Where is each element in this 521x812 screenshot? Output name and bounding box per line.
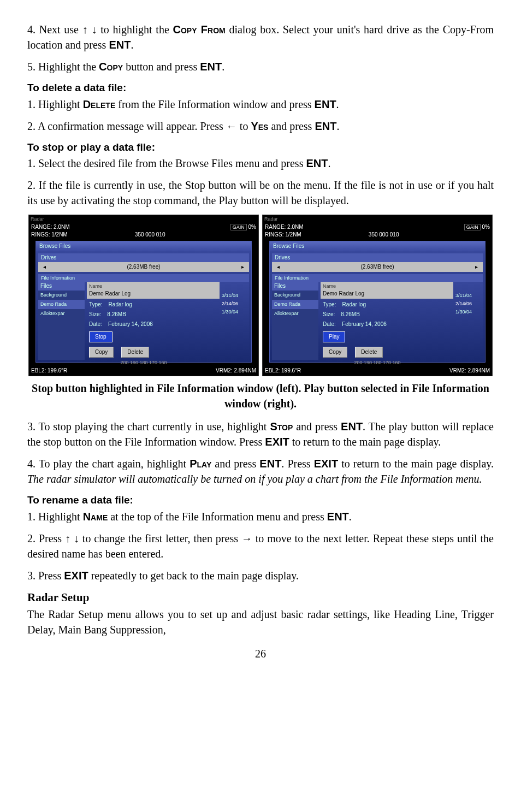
text: 5. Highlight the <box>27 61 99 73</box>
right-arrow-icon[interactable]: ▸ <box>474 263 479 271</box>
text: and press <box>211 458 259 470</box>
radar-screenshot-right: Radar RANGE: 2.0NM RINGS: 1/2NM 350 000 … <box>262 215 493 376</box>
ent-key: ENT <box>341 420 363 432</box>
files-column: Files Background Demo Rada Alloktexpar <box>272 282 318 360</box>
window-title: Radar <box>263 215 492 223</box>
right-arrow-icon[interactable]: ▸ <box>240 263 246 271</box>
ebl-readout: EBL2: 199.6°R <box>265 367 301 375</box>
files-heading: Files <box>272 282 318 291</box>
range-readout: RANGE: 2.0NM <box>265 223 304 231</box>
text: 3. Press <box>27 570 64 582</box>
delete-step-2: 2. A confirmation message will appear. P… <box>27 118 494 134</box>
text: at the top of the File Information menu … <box>108 511 327 523</box>
text: 1. Highlight <box>27 511 83 523</box>
delete-button[interactable]: Delete <box>121 347 149 358</box>
dates-column: 3/11/04 2/14/06 1/30/04 <box>455 282 483 360</box>
text: button and press <box>123 61 200 73</box>
ent-key: ENT <box>259 458 281 470</box>
stop-button[interactable]: Stop <box>89 331 113 342</box>
rings-readout: RINGS: 1/2NM <box>265 231 304 239</box>
file-date: 3/11/04 <box>222 292 249 300</box>
ent-key: ENT <box>306 157 328 169</box>
delete-button[interactable]: Delete <box>355 347 383 358</box>
text: from the File Information window and pre… <box>115 98 314 110</box>
exit-key: EXIT <box>314 458 338 470</box>
text: 4. To play the chart again, highlight <box>27 458 190 470</box>
text: 1. Highlight <box>27 98 83 110</box>
file-item[interactable]: Alloktexpar <box>38 309 85 318</box>
drives-heading: Drives <box>272 253 483 262</box>
file-item[interactable]: Background <box>272 291 318 300</box>
play-button[interactable]: Play <box>323 331 345 342</box>
radar-screenshot-left: Radar RANGE: 2.0NM RINGS: 1/2NM 350 000 … <box>28 215 259 376</box>
gain-value: 0% <box>482 224 490 230</box>
text: 2. A confirmation message will appear. P… <box>27 120 251 132</box>
play-label: Play <box>190 458 211 470</box>
radar-setup-body: The Radar Setup menu allows you to set u… <box>27 607 494 637</box>
copy-button[interactable]: Copy <box>323 347 347 358</box>
text: and press <box>268 120 315 132</box>
text: . <box>336 98 339 110</box>
rename-step-2: 2. Press ↑ ↓ to change the first letter,… <box>27 531 494 561</box>
name-field[interactable]: Name Demo Radar Log <box>321 282 453 299</box>
date-value: February 14, 2006 <box>108 321 153 327</box>
range-readout: RANGE: 2.0NM <box>31 223 70 231</box>
figure-caption: Stop button highlighted in File Informat… <box>27 381 494 411</box>
text: repeatedly to get back to the main page … <box>88 570 299 582</box>
text: . Press <box>281 458 313 470</box>
bearing-ticks: 350 000 010 <box>369 231 399 239</box>
text: to return to the main page display. <box>289 436 441 448</box>
file-item[interactable]: Background <box>38 291 85 300</box>
delete-heading: To delete a data file: <box>27 81 494 96</box>
name-label: Name <box>89 283 217 290</box>
size-label: Size: <box>323 311 335 317</box>
file-date: 2/14/06 <box>455 300 483 308</box>
rename-heading: To rename a data file: <box>27 493 494 508</box>
italic-note: The radar simulator will automatically b… <box>27 473 482 485</box>
yes-label: Yes <box>251 120 268 132</box>
info-column: Name Demo Radar Log Type: Radar log Size… <box>85 282 222 360</box>
figure-row: Radar RANGE: 2.0NM RINGS: 1/2NM 350 000 … <box>27 215 494 376</box>
info-column: Name Demo Radar Log Type: Radar log Size… <box>318 282 455 360</box>
text: and press <box>293 420 341 432</box>
exit-key: EXIT <box>265 436 289 448</box>
browse-files-title: Browse Files <box>36 241 251 251</box>
dates-column: 3/11/04 2/14/06 1/30/04 <box>222 282 249 360</box>
date-label: Date: <box>323 321 336 327</box>
copy-from-label: Copy From <box>173 23 226 35</box>
left-arrow-icon[interactable]: ◂ <box>275 263 281 271</box>
name-value: Demo Radar Log <box>89 290 217 298</box>
file-item[interactable]: Alloktexpar <box>272 309 318 318</box>
type-label: Type: <box>323 301 336 307</box>
browse-files-title: Browse Files <box>270 241 485 251</box>
file-info-title: File Information <box>272 274 483 282</box>
step-5: 5. Highlight the Copy button and press E… <box>27 59 494 74</box>
text: . <box>222 61 224 73</box>
ent-key: ENT <box>327 511 349 523</box>
size-label: Size: <box>89 311 101 317</box>
left-arrow-icon[interactable]: ◂ <box>42 263 47 271</box>
rename-step-1: 1. Highlight Name at the top of the File… <box>27 509 494 524</box>
text: 1. Select the desired file from the Brow… <box>27 157 306 169</box>
ent-key: ENT <box>315 120 336 132</box>
text: to return to the main page display. <box>338 458 494 470</box>
gain-label: GAIN <box>230 224 247 230</box>
drives-heading: Drives <box>38 253 249 262</box>
radar-setup-heading: Radar Setup <box>27 590 494 606</box>
file-item-selected[interactable]: Demo Rada <box>272 300 318 309</box>
file-item-selected[interactable]: Demo Rada <box>38 300 85 309</box>
file-information-panel: File Information Files Background Demo R… <box>272 274 483 360</box>
stop-play-heading: To stop or play a data file: <box>27 140 494 155</box>
name-field[interactable]: Name Demo Radar Log <box>87 282 220 299</box>
gain-value: 0% <box>248 224 256 230</box>
copy-button[interactable]: Copy <box>89 347 114 358</box>
text: . <box>131 39 133 51</box>
bottom-ticks: 200 190 180 170 160 <box>263 359 492 366</box>
drive-free-space: (2.63MB free) <box>127 263 160 271</box>
browse-files-panel: Browse Files Drives ◂ (2.63MB free) ▸ Fi… <box>269 241 486 363</box>
gain-label: GAIN <box>464 224 481 230</box>
text: . <box>336 120 339 132</box>
name-value: Demo Radar Log <box>323 290 451 298</box>
stop-play-step-1: 1. Select the desired file from the Brow… <box>27 156 494 171</box>
drive-free-space: (2.63MB free) <box>360 263 394 271</box>
